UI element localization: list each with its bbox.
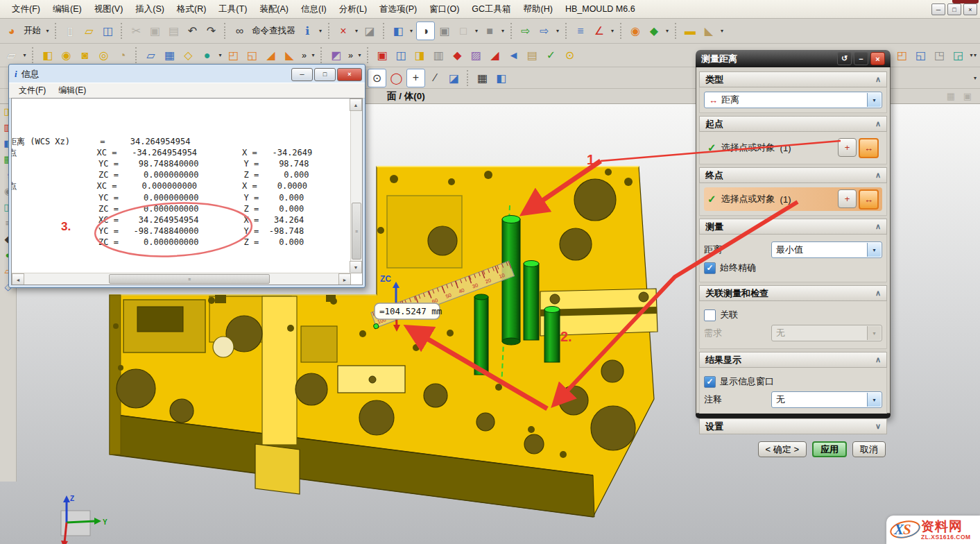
roof-icon[interactable]: ◆ — [449, 46, 466, 64]
start-icon[interactable]: ◕ — [3, 22, 20, 40]
distance-method-dropdown[interactable]: 最小值 ▾ — [771, 241, 882, 258]
dialog-reset-button[interactable]: ↺ — [837, 52, 852, 65]
close-window-icon[interactable]: × — [335, 22, 352, 40]
paste-icon[interactable]: ▤ — [165, 22, 182, 40]
menu-item[interactable]: 装配(A) — [253, 1, 295, 17]
info-minimize-button[interactable]: ─ — [291, 68, 313, 81]
join-icon[interactable]: ◨ — [411, 46, 429, 64]
datum-plane-icon[interactable]: ▱ — [142, 46, 160, 64]
bounded-plane-icon[interactable]: ◱ — [912, 46, 929, 64]
freeform-icon[interactable]: ▨ — [467, 46, 485, 64]
menu-item[interactable]: 分析(L) — [333, 1, 373, 17]
roll-surface-icon[interactable]: ◲ — [949, 46, 967, 64]
show-hide-icon[interactable]: ◆ — [646, 22, 663, 40]
grid-snap-icon[interactable]: ▦ — [474, 69, 491, 87]
toolbar-separator[interactable] — [467, 70, 470, 86]
cube-frame-icon[interactable]: ▣ — [374, 46, 391, 64]
intersection-point-icon[interactable]: + — [406, 69, 425, 87]
point-dialog-button[interactable]: + — [838, 138, 857, 157]
copy-icon[interactable]: ▣ — [146, 22, 164, 40]
section-results-header[interactable]: 结果显示 ∧ — [699, 352, 887, 368]
toolbar-separator[interactable] — [55, 23, 58, 39]
dropdown-caret[interactable]: ▾ — [217, 46, 223, 64]
ghost-cube-icon[interactable]: □ — [455, 22, 472, 40]
info-close-button[interactable]: × — [337, 68, 362, 81]
measure-point-button[interactable]: ↔ — [859, 138, 879, 158]
type-dropdown[interactable]: ↔ 距离 ▾ — [704, 92, 882, 108]
render-style-icon[interactable]: ◑ — [416, 22, 435, 40]
dropdown-caret[interactable]: ▾ — [974, 52, 977, 58]
exact-checkbox[interactable]: ✓ — [704, 262, 716, 274]
wcs-dynamics-icon[interactable]: ∠ — [591, 22, 608, 40]
sketch-icon[interactable]: ▱ — [3, 46, 20, 64]
toolbar-separator[interactable] — [135, 47, 138, 63]
info-menu-item[interactable]: 编辑(E) — [53, 83, 92, 98]
menu-item[interactable]: 视图(V) — [88, 1, 130, 17]
section-measure-header[interactable]: 测量 ∧ — [699, 219, 887, 235]
dropdown-caret[interactable]: ▾ — [555, 22, 561, 40]
command-finder-label[interactable]: 命令查找器 — [250, 22, 298, 40]
redo-icon[interactable]: ↷ — [203, 22, 220, 40]
dropdown-caret[interactable]: ▾ — [610, 22, 616, 40]
cancel-button[interactable]: 取消 — [852, 441, 886, 457]
dropdown-caret[interactable]: ▾ — [44, 22, 51, 40]
scroll-left-arrow[interactable]: ◄ — [12, 273, 24, 285]
cascade-window-icon[interactable]: ⇨ — [536, 22, 553, 40]
section-type-header[interactable]: 类型 ∧ — [699, 71, 887, 87]
open-book-icon[interactable]: ◳ — [931, 46, 948, 64]
overflow-chevron[interactable]: » — [346, 46, 355, 64]
draft-icon[interactable]: ◔ — [114, 46, 131, 64]
toolbar-separator[interactable] — [121, 23, 123, 39]
box-toggle-icon[interactable]: ▣ — [961, 90, 974, 102]
end-select-row[interactable]: ✓ 选择点或对象 (1) + ↔ — [704, 187, 882, 211]
menu-item[interactable]: 插入(S) — [129, 1, 171, 17]
window-box-icon[interactable]: ▥ — [430, 46, 447, 64]
revolve-icon[interactable]: ◉ — [58, 46, 75, 64]
cut-icon[interactable]: ✂ — [128, 22, 145, 40]
link-rings-icon[interactable]: ⊙ — [561, 46, 578, 64]
subtract-icon[interactable]: ◱ — [243, 46, 261, 64]
section-settings-header[interactable]: 设置 ∨ — [699, 418, 887, 434]
dropdown-caret[interactable]: ▾ — [356, 46, 363, 64]
info-window-titlebar[interactable]: i 信息 ─ □ × — [9, 65, 365, 83]
info-menu-item[interactable]: 文件(F) — [13, 83, 51, 98]
swoop-icon[interactable]: ◢ — [486, 46, 504, 64]
horizontal-scroll-thumb[interactable]: ≡ — [109, 274, 270, 284]
dropdown-caret[interactable]: ▾ — [409, 22, 415, 40]
toolbar-separator[interactable] — [675, 23, 678, 39]
vertical-scroll-thumb[interactable]: ≡ — [352, 203, 361, 260]
dialog-close-button[interactable]: × — [870, 52, 885, 65]
dropdown-caret[interactable]: ▾ — [974, 75, 977, 81]
scroll-down-arrow[interactable]: ▼ — [350, 261, 362, 273]
apply-button[interactable]: 应用 — [812, 441, 847, 457]
start-select-row[interactable]: ✓ 选择点或对象 (1) + ↔ — [704, 136, 882, 160]
menu-item[interactable]: 文件(F) — [6, 1, 46, 17]
toolbar-separator[interactable] — [620, 23, 623, 39]
measure-distance-icon[interactable]: ▬ — [682, 22, 699, 40]
dropdown-caret[interactable]: ▾ — [500, 22, 506, 40]
scroll-up-arrow[interactable]: ▲ — [350, 99, 362, 111]
dialog-titlebar[interactable]: 测量距离 ↺ − × — [696, 50, 891, 67]
dropdown-caret[interactable]: ▾ — [318, 22, 324, 40]
check-mate-icon[interactable]: ✓ — [542, 46, 560, 64]
info-restore-button[interactable]: □ — [314, 68, 336, 81]
menu-item[interactable]: 首选项(P) — [373, 1, 423, 17]
restore-button[interactable]: □ — [947, 3, 961, 15]
unite-icon[interactable]: ◰ — [225, 46, 242, 64]
section-assoc-header[interactable]: 关联测量和检查 ∧ — [699, 285, 887, 301]
dialog-minimize-button[interactable]: − — [854, 52, 868, 65]
dropdown-arrow-icon[interactable]: ▾ — [867, 243, 881, 257]
toolbar-separator[interactable] — [367, 47, 370, 63]
overflow-chevron[interactable]: » — [300, 46, 309, 64]
vertical-scrollbar[interactable]: ▲ ≡ ▼ — [350, 99, 362, 273]
boss-icon[interactable]: ◎ — [95, 46, 112, 64]
point-on-curve-icon[interactable]: ⊙ — [368, 69, 386, 87]
dropdown-caret[interactable]: ▾ — [22, 46, 28, 64]
stack-icon[interactable]: ▤ — [524, 46, 541, 64]
face-snap-icon[interactable]: ◪ — [445, 69, 463, 87]
bend-icon[interactable]: ◢ — [262, 46, 280, 64]
grid-toggle-icon[interactable]: ▦ — [945, 90, 957, 102]
start-label[interactable]: 开始 — [22, 22, 43, 40]
section-end-header[interactable]: 终点 ∧ — [699, 167, 887, 183]
menu-item[interactable]: 信息(I) — [295, 1, 333, 17]
